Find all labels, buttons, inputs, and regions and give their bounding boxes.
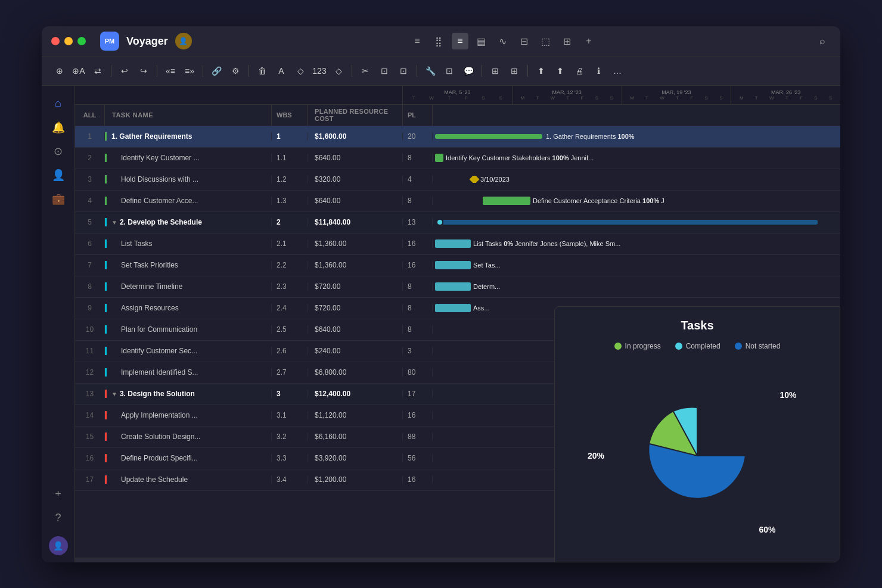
day-t6: T <box>676 95 679 101</box>
indent-btn[interactable]: ≡» <box>181 63 198 79</box>
gantt-view-icon[interactable]: ≡ <box>452 33 468 49</box>
sidebar-history[interactable]: ⊙ <box>48 141 69 162</box>
overlay-title: Tasks <box>567 319 828 332</box>
font-btn[interactable]: A <box>273 63 290 79</box>
sidebar-home[interactable]: ⌂ <box>48 93 69 114</box>
chart-view-icon[interactable]: ∿ <box>495 33 511 49</box>
col-wbs-label: WBS <box>277 111 292 119</box>
calendar-view-icon[interactable]: ⊟ <box>516 33 533 49</box>
gantt-label-9: Ass... <box>473 304 490 312</box>
gantt-bar-group-7: Set Tas... <box>435 261 501 269</box>
app-window: PM Voyager 👤 ≡ ⣿ ≡ ▤ ∿ ⊟ ⬚ ⊞ + ⌕ ⊕ ⊕A ⇄ … <box>42 26 840 562</box>
columns-view-icon[interactable]: ⊞ <box>559 33 576 49</box>
minimize-button[interactable] <box>64 37 73 45</box>
cell-cost-9: $720.00 <box>308 304 403 312</box>
table-row[interactable]: 5 ▼ 2. Develop the Schedule 2 $11,840.00… <box>75 212 840 234</box>
col-all-label: ALL <box>83 111 96 119</box>
grid-btn[interactable]: ⊞ <box>506 63 523 79</box>
cell-wbs-16: 3.3 <box>272 454 308 462</box>
fill-btn[interactable]: ◇ <box>292 63 309 79</box>
table-row[interactable]: 2 Identify Key Customer ... 1.1 $640.00 … <box>75 148 840 169</box>
day-t8: T <box>785 95 788 101</box>
copy-btn[interactable]: ⊡ <box>376 63 393 79</box>
col-wbs-header[interactable]: WBS <box>272 105 308 126</box>
table-view-icon[interactable]: ▤ <box>473 33 490 49</box>
add-view-icon[interactable]: + <box>580 33 597 49</box>
number-btn[interactable]: 123 <box>311 63 328 79</box>
table-row[interactable]: 8 Determine Timeline 2.3 $720.00 8 Deter… <box>75 276 840 298</box>
table-row[interactable]: 6 List Tasks 2.1 $1,360.00 16 List Tasks… <box>75 234 840 255</box>
wrench-btn[interactable]: 🔧 <box>422 63 439 79</box>
cols-btn[interactable]: ⊞ <box>487 63 504 79</box>
sidebar-help[interactable]: ? <box>48 508 69 529</box>
board-view-icon[interactable]: ⬚ <box>538 33 554 49</box>
cell-pl-4: 8 <box>403 197 433 205</box>
legend: In progress Completed Not started <box>567 342 828 350</box>
maximize-button[interactable] <box>77 37 86 45</box>
cell-wbs-17: 3.4 <box>272 475 308 484</box>
comment-btn[interactable]: 💬 <box>460 63 477 79</box>
user-avatar[interactable]: 👤 <box>175 33 192 49</box>
week-mar5: MAR, 5 '23 T W T F S S <box>403 86 513 104</box>
sidebar-add[interactable]: + <box>48 484 69 505</box>
gantt-bar-9 <box>435 304 471 312</box>
cell-wbs-7: 2.2 <box>272 261 308 269</box>
cell-num-3: 3 <box>75 175 105 183</box>
sidebar-projects[interactable]: 💼 <box>48 188 69 210</box>
outdent-btn[interactable]: «≡ <box>162 63 179 79</box>
delete-btn[interactable]: 🗑 <box>254 63 271 79</box>
gantt-dot-5 <box>437 220 442 225</box>
gantt-bar-group-4: Define Customer Acceptance Criteria 100%… <box>435 197 664 205</box>
col-all-header[interactable]: ALL <box>75 105 105 126</box>
cell-num-1: 1 <box>75 132 105 141</box>
undo-btn[interactable]: ↩ <box>116 63 133 79</box>
constraint-btn[interactable]: ⚙ <box>227 63 244 79</box>
search-icon[interactable]: ⌕ <box>814 33 831 49</box>
legend-dot-green <box>614 343 622 350</box>
paste-btn[interactable]: ⊡ <box>395 63 412 79</box>
cell-num-9: 9 <box>75 304 105 312</box>
redo-btn[interactable]: ↪ <box>135 63 152 79</box>
shape-btn[interactable]: ◇ <box>330 63 347 79</box>
col-cost-label: PLANNED RESOURCE COST <box>315 108 395 122</box>
gantt-bar-8 <box>435 282 471 291</box>
link-btn[interactable]: 🔗 <box>208 63 225 79</box>
assign-btn[interactable]: ⇄ <box>89 63 106 79</box>
cell-name-1: 1. Gather Requirements <box>105 132 272 141</box>
cell-cost-1: $1,600.00 <box>308 132 403 141</box>
col-name-header[interactable]: TASK NAME <box>105 105 272 126</box>
divider-5 <box>352 65 352 77</box>
info-btn[interactable]: ℹ <box>590 63 607 79</box>
table-row[interactable]: 3 Hold Discussions with ... 1.2 $320.00 … <box>75 169 840 191</box>
grid-view-icon[interactable]: ⣿ <box>430 33 447 49</box>
list-view-icon[interactable]: ≡ <box>409 33 426 49</box>
add-resource-btn[interactable]: ⊕A <box>70 63 87 79</box>
week-mar26-label: MAR, 26 '23 <box>734 89 838 95</box>
export-btn[interactable]: ⬆ <box>533 63 549 79</box>
cell-pl-5: 13 <box>403 218 433 226</box>
sidebar-notifications[interactable]: 🔔 <box>48 117 69 138</box>
col-pl-header[interactable]: PL <box>403 105 433 126</box>
more-btn[interactable]: … <box>609 63 626 79</box>
table-row[interactable]: 1 1. Gather Requirements 1 $1,600.00 20 … <box>75 126 840 148</box>
cell-pl-1: 20 <box>403 132 433 141</box>
import-btn[interactable]: ⬆ <box>552 63 569 79</box>
cell-num-8: 8 <box>75 282 105 291</box>
content-area: MAR, 5 '23 T W T F S S MAR, 12 '23 <box>75 86 840 562</box>
notes-btn[interactable]: ⊡ <box>441 63 458 79</box>
close-button[interactable] <box>51 37 60 45</box>
sidebar-user[interactable]: 👤 <box>49 536 68 555</box>
cut-btn[interactable]: ✂ <box>357 63 374 79</box>
titlebar-icons: ≡ ⣿ ≡ ▤ ∿ ⊟ ⬚ ⊞ + <box>199 33 807 49</box>
day-m2: M <box>520 95 524 101</box>
add-task-btn[interactable]: ⊕ <box>51 63 68 79</box>
print-btn[interactable]: 🖨 <box>571 63 588 79</box>
table-row[interactable]: 7 Set Task Priorities 2.2 $1,360.00 16 S… <box>75 255 840 276</box>
cell-num-11: 11 <box>75 347 105 355</box>
col-cost-header[interactable]: PLANNED RESOURCE COST <box>308 105 403 126</box>
table-row[interactable]: 4 Define Customer Acce... 1.3 $640.00 8 … <box>75 191 840 212</box>
pie-chart-svg <box>638 396 757 515</box>
cell-cost-7: $1,360.00 <box>308 261 403 269</box>
legend-dot-blue <box>735 343 742 350</box>
sidebar-people[interactable]: 👤 <box>48 164 69 186</box>
